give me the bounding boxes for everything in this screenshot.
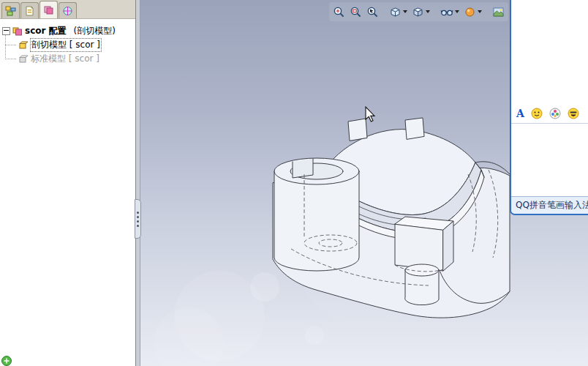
dropdown-arrow-icon[interactable] xyxy=(478,10,482,13)
propertymanager-tab[interactable] xyxy=(20,2,39,18)
mouse-cursor xyxy=(366,107,374,122)
zoom-selection-icon xyxy=(366,6,379,18)
manager-tab-strip xyxy=(0,0,135,19)
zoom-area-icon xyxy=(350,6,362,18)
ime-candidate-area xyxy=(511,0,588,104)
flower-icon[interactable] xyxy=(549,108,561,119)
corner-app-icon[interactable] xyxy=(1,355,12,366)
propertymanager-icon xyxy=(24,6,35,16)
ime-toolbar: A xyxy=(511,104,588,124)
standard-views-button[interactable] xyxy=(387,3,410,20)
smiley-icon[interactable] xyxy=(531,108,543,119)
panel-collapse-handle[interactable] xyxy=(135,199,141,239)
model-stub-sideface xyxy=(443,221,453,271)
corner-app-glyph xyxy=(1,355,12,366)
configurationmanager-icon xyxy=(43,5,54,15)
scene-icon xyxy=(492,6,505,18)
tree-item-label: 剖切模型 [ scor ] xyxy=(31,39,101,51)
eyeglasses-icon xyxy=(440,6,453,18)
model-stub-front xyxy=(395,224,443,271)
model-rim-tab-left xyxy=(348,119,367,141)
configuration-item-icon xyxy=(18,40,29,50)
model-stub-cylinder-top xyxy=(405,264,439,276)
appearance-sphere-icon xyxy=(464,6,476,18)
dropdown-arrow-icon[interactable] xyxy=(426,10,430,13)
collapse-icon[interactable] xyxy=(2,27,10,35)
ime-writing-area[interactable] xyxy=(511,124,588,196)
ime-statusbar: QQ拼音笔画输入法 xyxy=(511,196,588,214)
configuration-root-icon xyxy=(12,26,23,36)
tree-item-label: 标准模型 [ scor ] xyxy=(31,53,99,65)
panel-splitter[interactable] xyxy=(136,0,140,366)
zoom-fit-button[interactable] xyxy=(331,3,347,20)
zoom-selection-button[interactable] xyxy=(364,3,381,20)
featuremanager-tab[interactable] xyxy=(1,2,20,18)
display-style-button[interactable] xyxy=(410,3,432,20)
section-model-wireframe[interactable] xyxy=(273,118,510,318)
configuration-manager-panel: scor 配置 (剖切模型) 剖切模型 [ scor ] 标准模型 [ scor… xyxy=(0,0,136,366)
tree-root-label: scor 配置 xyxy=(25,25,67,37)
ime-panel: A QQ拼音笔画输入法 xyxy=(510,0,588,215)
ime-name-label: QQ拼音笔画输入法 xyxy=(516,199,588,212)
dimxpertmanager-tab[interactable] xyxy=(59,2,77,18)
zoom-fit-icon xyxy=(333,6,345,18)
configuration-tree: scor 配置 (剖切模型) 剖切模型 [ scor ] 标准模型 [ scor… xyxy=(0,19,135,66)
tree-root-row[interactable]: scor 配置 (剖切模型) xyxy=(0,24,135,38)
grin-icon[interactable] xyxy=(568,108,579,119)
tree-root-suffix: (剖切模型) xyxy=(74,25,116,37)
apply-scene-button[interactable] xyxy=(490,3,507,20)
edit-appearance-button[interactable] xyxy=(461,3,484,20)
display-style-icon xyxy=(412,6,424,18)
view-heads-up-toolbar xyxy=(329,2,508,21)
model-cylinder-body xyxy=(274,171,359,271)
hide-show-items-button[interactable] xyxy=(438,3,461,20)
standard-views-icon xyxy=(389,6,402,18)
tree-item-standard-model[interactable]: 标准模型 [ scor ] xyxy=(0,52,135,66)
featuremanager-icon xyxy=(5,6,16,16)
configurationmanager-tab[interactable] xyxy=(39,1,58,18)
dimxpert-icon xyxy=(62,6,73,16)
font-style-button[interactable]: A xyxy=(516,108,524,119)
model-cylinder-notch xyxy=(293,159,313,178)
tree-item-section-model[interactable]: 剖切模型 [ scor ] xyxy=(0,38,135,52)
model-rim-tab-right xyxy=(405,118,424,139)
dropdown-arrow-icon[interactable] xyxy=(403,10,407,13)
dropdown-arrow-icon[interactable] xyxy=(455,10,459,13)
zoom-area-button[interactable] xyxy=(347,3,364,20)
configuration-item-icon-inactive xyxy=(18,54,29,64)
